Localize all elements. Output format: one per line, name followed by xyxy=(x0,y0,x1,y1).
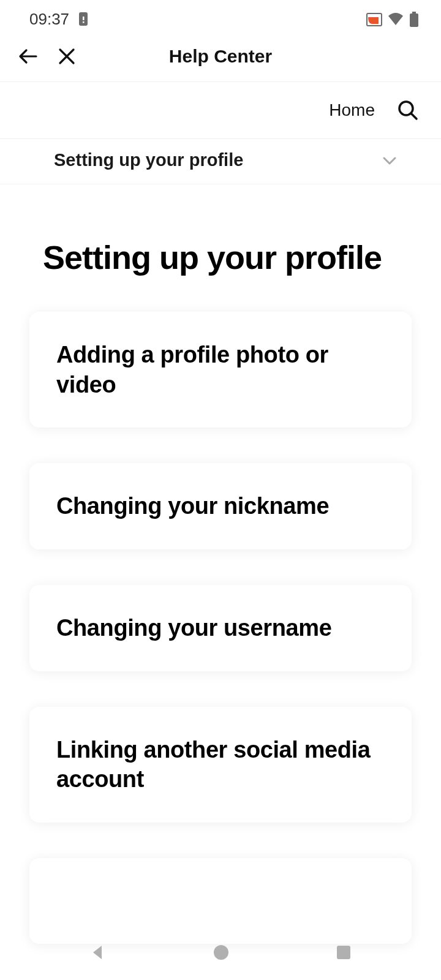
list-item[interactable]: Changing your nickname xyxy=(29,463,412,549)
search-icon[interactable] xyxy=(397,99,419,121)
status-left: 09:37 xyxy=(29,10,90,29)
card-title: Changing your username xyxy=(56,613,385,643)
card-title: Changing your nickname xyxy=(56,491,385,521)
nav-home-icon[interactable] xyxy=(211,943,231,962)
page-title: Help Center xyxy=(169,46,272,67)
content-title: Setting up your profile xyxy=(29,238,412,276)
app-bar: Help Center xyxy=(0,36,441,82)
svg-rect-5 xyxy=(410,13,418,27)
cast-icon xyxy=(366,13,382,26)
list-item[interactable]: Changing your username xyxy=(29,585,412,671)
nav-bar xyxy=(0,925,441,980)
svg-rect-8 xyxy=(337,946,350,959)
secondary-bar: Home xyxy=(0,82,441,139)
status-right xyxy=(366,12,419,28)
svg-rect-1 xyxy=(83,17,85,20)
content: Setting up your profile Adding a profile… xyxy=(0,184,441,944)
svg-rect-4 xyxy=(412,12,416,13)
nav-back-icon[interactable] xyxy=(88,943,108,962)
back-icon[interactable] xyxy=(17,45,40,68)
home-link[interactable]: Home xyxy=(329,100,375,120)
app-bar-icons xyxy=(17,45,77,68)
battery-icon xyxy=(409,12,419,28)
svg-rect-2 xyxy=(83,21,85,23)
svg-point-7 xyxy=(214,945,228,960)
list-item[interactable]: Adding a profile photo or video xyxy=(29,312,412,428)
wifi-icon xyxy=(387,13,404,26)
nav-recent-icon[interactable] xyxy=(334,943,353,962)
notification-icon xyxy=(77,12,90,28)
chevron-down-icon xyxy=(381,152,398,169)
breadcrumb-label: Setting up your profile xyxy=(54,150,243,170)
status-bar: 09:37 xyxy=(0,0,441,36)
close-icon[interactable] xyxy=(56,46,77,67)
card-title: Adding a profile photo or video xyxy=(56,340,385,399)
breadcrumb[interactable]: Setting up your profile xyxy=(0,139,441,184)
card-title xyxy=(56,886,385,916)
svg-point-6 xyxy=(399,102,413,115)
card-title: Linking another social media account xyxy=(56,735,385,794)
list-item[interactable]: Linking another social media account xyxy=(29,707,412,823)
status-time: 09:37 xyxy=(29,10,69,29)
